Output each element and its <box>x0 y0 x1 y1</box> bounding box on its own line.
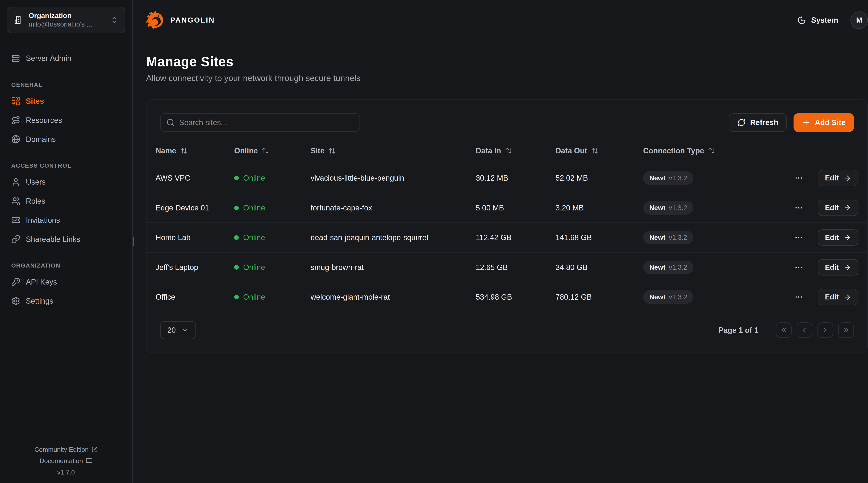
cell-site: fortunate-cape-fox <box>302 203 467 212</box>
topbar: PANGOLIN System M <box>133 0 868 40</box>
combine-icon <box>11 97 20 106</box>
sidebar-item-server-admin[interactable]: Server Admin <box>7 49 125 68</box>
community-edition-link[interactable]: Community Edition <box>34 446 98 453</box>
documentation-link[interactable]: Documentation <box>39 457 93 464</box>
sidebar-item-api-keys[interactable]: API Keys <box>7 272 125 291</box>
main-area: PANGOLIN System M Manage Sites Allow con… <box>133 0 868 483</box>
theme-toggle[interactable]: System <box>797 16 838 25</box>
cell-site: smug-brown-rat <box>302 263 467 272</box>
sort-icon <box>708 147 715 154</box>
sidebar-resize-handle[interactable] <box>133 237 134 246</box>
page-subtitle: Allow connectivity to your network throu… <box>146 73 867 83</box>
refresh-button[interactable]: Refresh <box>729 113 787 132</box>
column-header-site[interactable]: Site <box>302 141 467 163</box>
arrow-right-icon <box>843 234 851 242</box>
column-header-name[interactable]: Name <box>147 141 225 163</box>
cell-name: Home Lab <box>147 233 225 242</box>
table-row: Office Online welcome-giant-mole-rat 534… <box>147 283 867 312</box>
row-menu-button[interactable] <box>793 202 804 214</box>
next-page-button[interactable] <box>817 322 833 338</box>
sort-icon <box>505 147 512 154</box>
search-input[interactable] <box>160 113 360 132</box>
sidebar-item-label: Server Admin <box>26 54 71 63</box>
chevron-left-icon <box>801 326 808 334</box>
table-row: AWS VPC Online vivacious-little-blue-pen… <box>147 163 867 193</box>
column-header-online[interactable]: Online <box>225 141 302 163</box>
sidebar-item-label: Sites <box>26 97 44 105</box>
topbar-actions: System M <box>797 11 868 29</box>
online-dot-icon <box>234 295 239 299</box>
row-menu-button[interactable] <box>793 291 804 303</box>
org-subtitle: milo@fossorial.io's ... <box>29 20 105 28</box>
brand-logo-link[interactable]: PANGOLIN <box>146 10 215 30</box>
avatar[interactable]: M <box>850 11 868 29</box>
sites-card: Refresh Add Site Name Online <box>146 99 868 353</box>
sidebar-item-users[interactable]: Users <box>7 172 125 192</box>
column-header-connection-type[interactable]: Connection Type <box>634 141 771 163</box>
edit-button[interactable]: Edit <box>818 229 858 246</box>
ticket-check-icon <box>11 216 20 225</box>
status-badge: Online <box>234 293 265 301</box>
status-badge: Online <box>234 233 265 242</box>
cell-name: Jeff's Laptop <box>147 263 225 272</box>
sidebar-item-domains[interactable]: Domains <box>7 130 125 149</box>
sidebar-item-shareable-links[interactable]: Shareable Links <box>7 230 125 249</box>
pangolin-logo-icon <box>146 10 165 30</box>
route-icon <box>11 116 20 125</box>
last-page-button[interactable] <box>838 322 854 338</box>
sidebar-item-resources[interactable]: Resources <box>7 111 125 130</box>
sidebar-item-settings[interactable]: Settings <box>7 291 125 311</box>
row-menu-button[interactable] <box>793 232 804 243</box>
column-header-data-in[interactable]: Data In <box>467 141 547 163</box>
sidebar-item-label: Users <box>26 178 45 186</box>
user-icon <box>11 178 20 187</box>
ellipsis-icon <box>794 233 803 242</box>
app-window: Organization milo@fossorial.io's ... Ser… <box>0 0 868 483</box>
first-page-button[interactable] <box>776 322 792 338</box>
row-menu-button[interactable] <box>793 262 804 273</box>
globe-icon <box>11 135 20 144</box>
edit-button[interactable]: Edit <box>818 170 858 186</box>
column-header-data-out[interactable]: Data Out <box>547 141 634 163</box>
sidebar-item-sites[interactable]: Sites <box>7 92 125 111</box>
prev-page-button[interactable] <box>797 322 812 338</box>
cell-data-out: 52.02 MB <box>547 174 634 182</box>
plus-icon <box>802 118 810 127</box>
cell-data-out: 141.68 GB <box>547 233 634 242</box>
sidebar: Organization milo@fossorial.io's ... Ser… <box>0 0 133 483</box>
documentation-label: Documentation <box>39 457 83 464</box>
search-icon <box>166 118 175 127</box>
chevrons-left-icon <box>780 326 787 334</box>
page-size-select[interactable]: 20 <box>160 321 196 339</box>
sidebar-footer: Community Edition Documentation v1.7.0 <box>0 440 132 483</box>
theme-label: System <box>811 16 838 25</box>
sidebar-item-label: Shareable Links <box>26 235 80 244</box>
org-switcher[interactable]: Organization milo@fossorial.io's ... <box>7 7 125 33</box>
pager <box>776 322 854 338</box>
table-header-row: Name Online Site Data In <box>147 141 867 163</box>
search-wrap <box>160 113 360 132</box>
users-icon <box>11 197 20 205</box>
status-badge: Online <box>234 263 265 272</box>
add-site-button[interactable]: Add Site <box>794 113 854 132</box>
arrow-right-icon <box>843 263 851 271</box>
table-row: Home Lab Online dead-san-joaquin-antelop… <box>147 223 867 253</box>
sidebar-item-invitations[interactable]: Invitations <box>7 211 125 230</box>
edit-button[interactable]: Edit <box>818 289 858 305</box>
connection-type-badge: Newtv1.3.2 <box>643 231 693 244</box>
row-menu-button[interactable] <box>793 172 804 184</box>
sidebar-nav: Server Admin GENERAL Sites Resources Do <box>0 40 132 440</box>
external-link-icon <box>92 446 98 453</box>
sidebar-item-label: API Keys <box>26 278 57 286</box>
cell-name: Edge Device 01 <box>147 203 225 212</box>
table-row: Jeff's Laptop Online smug-brown-rat 12.6… <box>147 253 867 283</box>
cell-data-out: 34.80 GB <box>547 263 634 272</box>
edit-button[interactable]: Edit <box>818 200 858 216</box>
edit-button[interactable]: Edit <box>818 259 858 276</box>
cell-data-in: 30.12 MB <box>467 174 547 182</box>
ellipsis-icon <box>794 292 803 301</box>
sidebar-item-roles[interactable]: Roles <box>7 192 125 211</box>
link-icon <box>11 235 20 244</box>
connection-type-badge: Newtv1.3.2 <box>643 201 693 215</box>
refresh-label: Refresh <box>750 118 778 127</box>
